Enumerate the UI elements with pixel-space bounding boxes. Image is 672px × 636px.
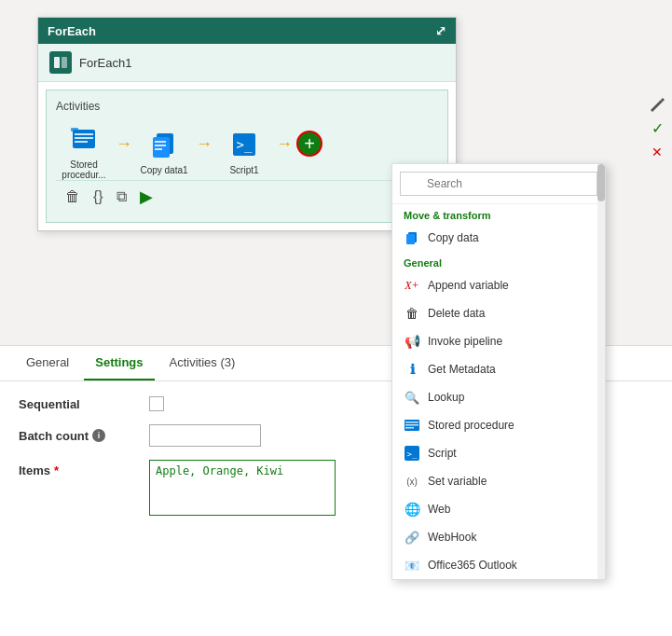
webhook-icon: 🔗 bbox=[404, 529, 420, 546]
menu-item-script-label: Script bbox=[428, 447, 457, 460]
svg-rect-19 bbox=[405, 427, 414, 429]
foreach-icon-box bbox=[49, 51, 72, 74]
delete-data-icon: 🗑 bbox=[404, 305, 420, 322]
foreach-titlebar: ForEach ⤢ bbox=[38, 18, 456, 44]
menu-item-stored-procedure-label: Stored procedure bbox=[428, 419, 514, 432]
dropdown-scrollbar[interactable] bbox=[597, 164, 605, 579]
script-icon: >_ bbox=[229, 130, 259, 159]
expand-icon[interactable]: ⤢ bbox=[435, 23, 446, 38]
batch-count-input[interactable] bbox=[149, 424, 261, 447]
set-variable-icon: (x) bbox=[404, 473, 420, 490]
edit-icon bbox=[649, 95, 665, 112]
copy-data-label: Copy data1 bbox=[140, 165, 187, 175]
tab-general[interactable]: General bbox=[15, 346, 80, 380]
menu-item-script[interactable]: >_ Script bbox=[392, 439, 605, 467]
tab-activities[interactable]: Activities (3) bbox=[158, 346, 247, 380]
menu-item-webhook-label: WebHook bbox=[428, 531, 476, 544]
append-variable-icon: X+ bbox=[404, 277, 420, 294]
activity-dropdown-menu: 🔍 Move & transform Copy data General X+ … bbox=[391, 163, 606, 580]
activity-copy-data[interactable]: Copy data1 bbox=[136, 128, 192, 175]
menu-item-copy-data[interactable]: Copy data bbox=[392, 224, 605, 252]
foreach-icon-svg bbox=[53, 55, 68, 70]
menu-item-copy-data-label: Copy data bbox=[428, 231, 479, 244]
svg-rect-1 bbox=[62, 57, 67, 68]
arrow-3: → bbox=[276, 134, 293, 154]
menu-item-lookup-label: Lookup bbox=[428, 391, 464, 404]
side-check-icon[interactable]: ✓ bbox=[647, 118, 667, 138]
copy-data-menu-icon bbox=[404, 229, 420, 246]
menu-item-web[interactable]: 🌐 Web bbox=[392, 495, 605, 523]
search-input[interactable] bbox=[400, 172, 597, 196]
activity-stored-proc[interactable]: Stored procedur... bbox=[56, 122, 112, 180]
menu-item-get-metadata[interactable]: ℹ Get Metadata bbox=[392, 355, 605, 383]
foreach-subheader: ForEach1 bbox=[38, 44, 456, 82]
side-close-icon[interactable]: ✕ bbox=[647, 142, 667, 162]
menu-item-webhook[interactable]: 🔗 WebHook bbox=[392, 523, 605, 551]
stored-proc-label: Stored procedur... bbox=[56, 159, 112, 180]
svg-rect-5 bbox=[75, 141, 88, 143]
section-general: General bbox=[392, 252, 605, 271]
arrow-1: → bbox=[116, 134, 132, 154]
menu-item-delete-data-label: Delete data bbox=[428, 307, 485, 320]
sequential-label: Sequential bbox=[19, 397, 149, 411]
stored-proc-icon-box bbox=[67, 122, 101, 156]
menu-item-append-variable[interactable]: X+ Append variable bbox=[392, 271, 605, 299]
side-icons: ✓ ✕ bbox=[647, 93, 667, 162]
svg-rect-4 bbox=[75, 137, 93, 139]
svg-rect-17 bbox=[405, 422, 418, 423]
svg-rect-3 bbox=[75, 133, 93, 135]
sequential-checkbox[interactable] bbox=[149, 396, 164, 411]
script-icon-small: >_ bbox=[405, 446, 419, 461]
activities-label: Activities bbox=[56, 100, 438, 113]
section-move-transform: Move & transform bbox=[392, 204, 605, 224]
activities-area: Activities Stored procedur... → bbox=[46, 90, 448, 223]
stored-proc-icon bbox=[69, 124, 99, 154]
menu-item-invoke-pipeline-label: Invoke pipeline bbox=[428, 335, 502, 348]
stored-procedure-icon bbox=[404, 417, 420, 434]
menu-item-lookup[interactable]: 🔍 Lookup bbox=[392, 383, 605, 411]
web-icon: 🌐 bbox=[404, 501, 420, 518]
script-icon-box: >_ bbox=[227, 128, 261, 161]
run-toolbar-icon[interactable]: ▶ bbox=[140, 187, 153, 207]
code-toolbar-icon[interactable]: {} bbox=[93, 188, 103, 205]
svg-rect-9 bbox=[155, 141, 166, 143]
batch-count-info-icon[interactable]: i bbox=[92, 429, 105, 442]
search-wrapper: 🔍 bbox=[400, 172, 597, 196]
menu-item-delete-data[interactable]: 🗑 Delete data bbox=[392, 299, 605, 327]
svg-text:>_: >_ bbox=[407, 449, 418, 459]
activity-script[interactable]: >_ Script1 bbox=[216, 128, 272, 175]
lookup-icon: 🔍 bbox=[404, 389, 420, 406]
svg-rect-18 bbox=[405, 424, 418, 426]
svg-rect-8 bbox=[153, 137, 170, 158]
copy-data-icon-box bbox=[147, 128, 181, 161]
batch-count-label: Batch count i bbox=[19, 429, 149, 443]
search-box: 🔍 bbox=[392, 164, 605, 204]
copy-data-icon-small bbox=[405, 230, 419, 245]
menu-item-stored-procedure[interactable]: Stored procedure bbox=[392, 411, 605, 439]
svg-rect-6 bbox=[71, 128, 78, 131]
office365-icon: 📧 bbox=[404, 557, 420, 574]
activity-toolbar: 🗑 {} ⧉ ▶ bbox=[56, 180, 438, 213]
add-activity-button[interactable]: + bbox=[296, 131, 322, 157]
foreach-instance-name: ForEach1 bbox=[79, 56, 131, 70]
invoke-pipeline-icon: 📢 bbox=[404, 333, 420, 350]
menu-item-office365-label: Office365 Outlook bbox=[428, 559, 517, 572]
svg-text:>_: >_ bbox=[237, 137, 253, 153]
items-textarea[interactable]: Apple, Orange, Kiwi bbox=[149, 460, 336, 516]
menu-item-set-variable[interactable]: (x) Set variable bbox=[392, 467, 605, 495]
menu-item-office365[interactable]: 📧 Office365 Outlook bbox=[392, 551, 605, 579]
tab-settings[interactable]: Settings bbox=[84, 346, 154, 380]
svg-rect-0 bbox=[54, 57, 60, 68]
svg-rect-15 bbox=[406, 234, 415, 244]
items-required-star: * bbox=[54, 463, 59, 477]
copy-data-icon bbox=[149, 130, 179, 159]
add-activity-container: + bbox=[296, 131, 322, 157]
menu-item-get-metadata-label: Get Metadata bbox=[428, 363, 496, 376]
stored-proc-icon-small bbox=[405, 420, 419, 431]
svg-rect-10 bbox=[155, 145, 166, 146]
copy-toolbar-icon[interactable]: ⧉ bbox=[117, 188, 127, 205]
menu-item-invoke-pipeline[interactable]: 📢 Invoke pipeline bbox=[392, 327, 605, 355]
delete-toolbar-icon[interactable]: 🗑 bbox=[65, 188, 80, 205]
side-edit-icon[interactable] bbox=[647, 93, 667, 114]
dropdown-scrollbar-thumb bbox=[597, 164, 605, 201]
